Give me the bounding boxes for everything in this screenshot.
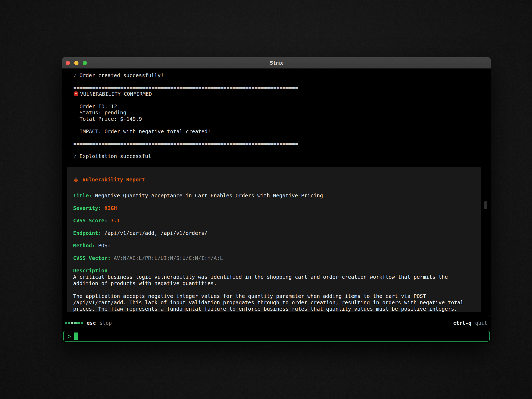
description-line: The application accepts negative integer…	[73, 293, 475, 300]
order-success-line: ✓Order created successfully!	[73, 72, 490, 78]
report-field-cvss-score: CVSS Score:7.1	[73, 218, 475, 224]
check-icon: ✓	[73, 153, 77, 159]
description-heading: Description	[73, 268, 475, 274]
vulnerability-report-panel: Vulnerability Report Title:Negative Quan…	[67, 167, 481, 312]
exploitation-success-line: ✓Exploitation successful	[73, 153, 490, 159]
order-id-line: Order ID: 12	[73, 103, 490, 110]
window-title: Strix	[62, 57, 491, 68]
report-field-severity: Severity:HIGH	[73, 205, 475, 211]
total-price-line: Total Price: $-149.9	[73, 116, 490, 122]
status-line: Status: pending	[73, 110, 490, 116]
check-icon: ✓	[73, 72, 77, 78]
status-left: esc stop	[65, 320, 112, 326]
report-heading-text: Vulnerability Report	[82, 177, 145, 183]
impact-line: IMPACT: Order with negative total create…	[73, 128, 490, 135]
report-field-method: Method:POST	[73, 243, 475, 249]
output-scroll-region[interactable]: ✓Order created successfully! ===========…	[63, 69, 490, 317]
description-line: A critical business logic vulnerability …	[73, 274, 475, 280]
description-line: prices. The flaw represents a fundamenta…	[73, 306, 475, 312]
status-right: ctrl-q quit	[453, 320, 487, 326]
status-bar: esc stop ctrl-q quit	[65, 319, 487, 327]
separator-line: ========================================…	[73, 97, 490, 103]
description-line	[73, 287, 475, 293]
rotating-light-icon	[73, 91, 79, 97]
description-line: /api/v1/cart/add. This lack of input val…	[73, 300, 475, 306]
activity-spinner-icon	[65, 322, 83, 324]
window-titlebar[interactable]: Strix	[62, 57, 491, 69]
desktop-background: Strix ✓Order created successfully! =====…	[0, 0, 532, 399]
ladybug-icon	[73, 177, 79, 182]
report-field-endpoint: Endpoint:/api/v1/cart/add, /api/v1/order…	[73, 230, 475, 236]
exploitation-success-text: Exploitation successful	[80, 153, 151, 159]
terminal-content: ✓Order created successfully! ===========…	[62, 69, 491, 343]
order-success-text: Order created successfully!	[80, 72, 164, 78]
scrollbar-thumb[interactable]	[484, 201, 487, 209]
command-input[interactable]: >	[63, 331, 490, 342]
text-cursor	[74, 332, 78, 340]
esc-key-hint[interactable]: esc	[87, 320, 96, 326]
strix-window: Strix ✓Order created successfully! =====…	[62, 57, 491, 343]
report-field-title: Title:Negative Quantity Acceptance in Ca…	[73, 193, 475, 199]
separator-line: ========================================…	[73, 85, 490, 91]
description-line: addition of products with negative quant…	[73, 280, 475, 287]
separator-line: ========================================…	[73, 141, 490, 147]
report-field-cvss-vector: CVSS Vector:AV:N/AC:L/PR:L/UI:N/S:U/C:N/…	[73, 255, 475, 261]
vulnerability-confirmed-line: VULNERABILITY CONFIRMED	[73, 91, 490, 97]
esc-action-label: stop	[99, 320, 112, 326]
quit-action-label: quit	[475, 320, 487, 326]
vulnerability-confirmed-text: VULNERABILITY CONFIRMED	[80, 91, 152, 97]
prompt-chevron-icon: >	[68, 333, 71, 339]
quit-key-hint[interactable]: ctrl-q	[453, 320, 472, 326]
report-heading: Vulnerability Report	[73, 177, 475, 183]
